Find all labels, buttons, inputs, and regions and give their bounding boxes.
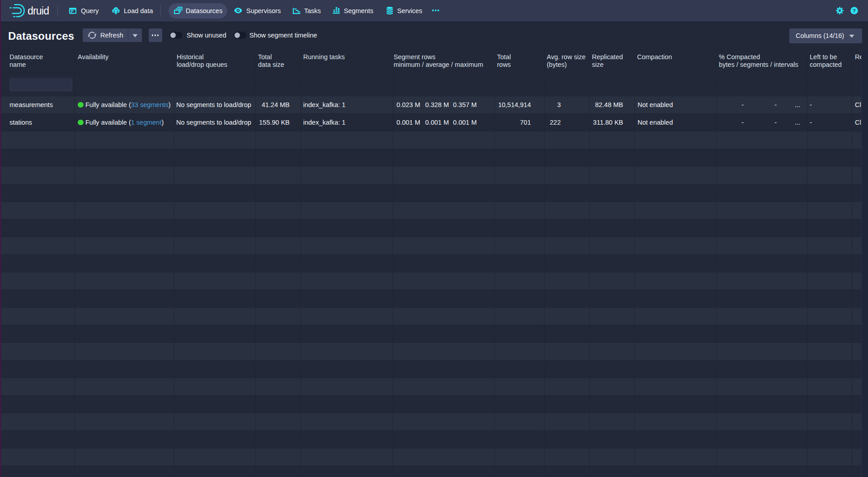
svg-text:?: ?: [853, 8, 856, 14]
